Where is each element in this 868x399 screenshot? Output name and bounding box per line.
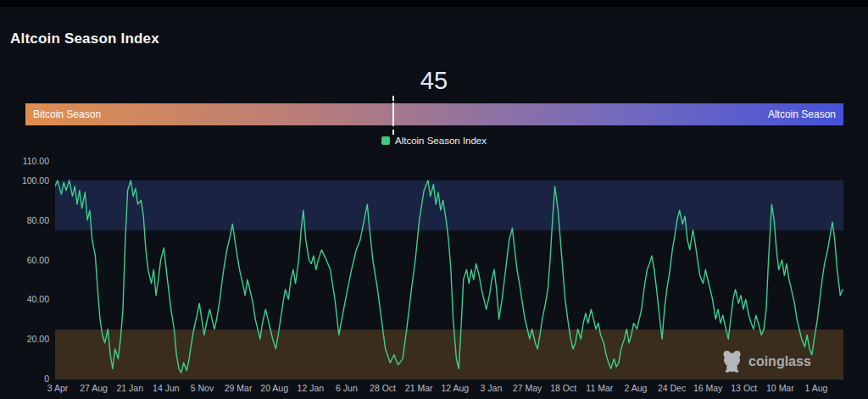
coinglass-watermark: coinglass xyxy=(721,350,811,373)
altcoin-season-index-page: Altcoin Season Index 45 Bitcoin Season A… xyxy=(0,0,868,399)
page-title: Altcoin Season Index xyxy=(10,30,159,47)
gauge-marker-line xyxy=(392,103,394,126)
coinglass-bear-icon xyxy=(721,350,743,373)
x-axis-label: 1 Aug xyxy=(789,383,843,393)
x-axis-baseline xyxy=(55,379,843,380)
gauge-marker-dash-top xyxy=(392,96,394,101)
coinglass-watermark-text: coinglass xyxy=(748,354,811,369)
y-axis-label: 80.00 xyxy=(0,215,49,225)
altcoin-season-label: Altcoin Season xyxy=(768,108,836,120)
season-gauge-bar[interactable]: Bitcoin Season Altcoin Season xyxy=(25,103,843,125)
y-axis-label: 20.00 xyxy=(0,334,49,344)
window-top-strip xyxy=(0,0,868,7)
y-axis-label: 40.00 xyxy=(0,294,49,304)
gauge-marker-dash-bottom xyxy=(392,130,394,135)
bitcoin-season-label: Bitcoin Season xyxy=(33,108,101,120)
legend-swatch-icon xyxy=(381,136,390,145)
chart-legend[interactable]: Altcoin Season Index xyxy=(0,136,868,146)
gauge-current-value: 45 xyxy=(0,67,868,95)
y-axis-label: 110.00 xyxy=(0,156,49,166)
index-line-series[interactable] xyxy=(55,161,843,379)
y-axis-label: 60.00 xyxy=(0,255,49,265)
y-axis-label: 100.00 xyxy=(0,175,49,186)
legend-label: Altcoin Season Index xyxy=(395,136,487,146)
